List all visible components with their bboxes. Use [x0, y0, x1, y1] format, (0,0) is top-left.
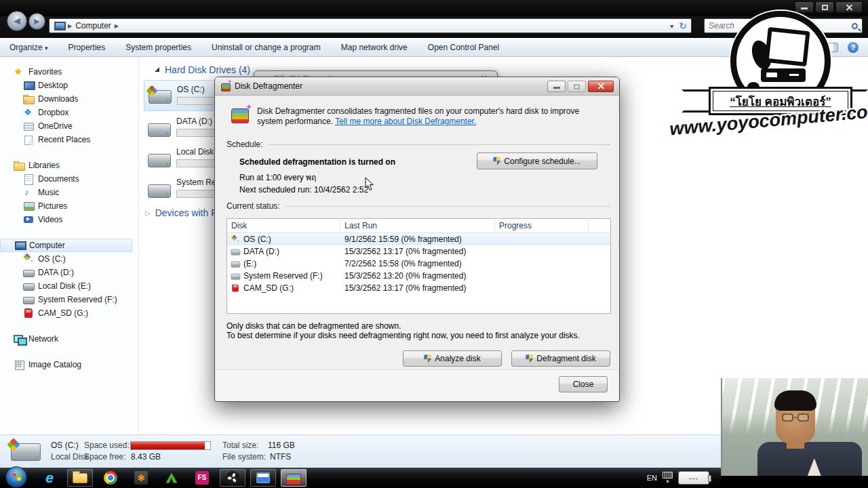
sidebar-item-recent-places[interactable]: Recent Places: [0, 133, 138, 146]
table-row[interactable]: (E:) 7/2/2562 15:58 (0% fragmented): [227, 258, 610, 270]
battery-meter[interactable]: ---: [678, 471, 709, 485]
sidebar-item-local-disk-e[interactable]: Local Disk (E:): [0, 279, 138, 293]
preview-pane-icon[interactable]: [827, 43, 838, 52]
sidebar-item-favorites[interactable]: Favorites: [0, 65, 138, 79]
configure-schedule-button[interactable]: Configure schedule...: [477, 152, 597, 169]
dialog-description: Disk Defragmenter consolidates fragmente…: [257, 106, 596, 127]
address-dropdown-icon[interactable]: ▾: [670, 22, 673, 30]
sidebar-item-documents[interactable]: Documents: [0, 172, 138, 186]
presenter-torso: [757, 442, 863, 476]
dialog-titlebar[interactable]: Disk Defragmenter: [215, 77, 619, 96]
schedule-group-label: Schedule:: [226, 140, 610, 149]
schedule-run-text: Run at 1:00 every พฤ: [239, 171, 316, 184]
chevron-down-icon[interactable]: ▼: [665, 479, 670, 484]
sidebar-item-system-reserved-f[interactable]: System Reserved (F:): [0, 293, 138, 306]
minimize-icon[interactable]: [795, 1, 814, 13]
table-row[interactable]: OS (C:) 9/1/2562 15:59 (0% fragmented): [227, 233, 610, 245]
search-box[interactable]: [704, 18, 863, 33]
schedule-next-run-text: Next scheduled run: 10/4/2562 2:52: [239, 185, 368, 195]
restore-icon[interactable]: [815, 1, 834, 13]
obs-icon[interactable]: [220, 469, 245, 487]
sidebar-item-os-c[interactable]: OS (C:): [0, 252, 138, 266]
disk-defragmenter-icon: [220, 81, 231, 92]
maximize-icon: [568, 81, 586, 92]
forward-button[interactable]: ▶: [28, 13, 45, 30]
section-header-devices-removable[interactable]: ▷ Devices with R: [145, 207, 218, 218]
os-drive-icon: [231, 235, 240, 244]
sidebar-item-dropbox[interactable]: Dropbox: [0, 106, 138, 119]
disk-defragmenter-icon: [230, 104, 250, 125]
help-icon[interactable]: ?: [848, 42, 859, 53]
expand-triangle-icon[interactable]: ▷: [145, 209, 151, 217]
start-orb-icon[interactable]: [5, 466, 27, 488]
language-indicator[interactable]: EN: [647, 474, 657, 482]
sidebar-item-pictures[interactable]: Pictures: [0, 199, 138, 213]
toolbar-properties[interactable]: Properties: [68, 43, 106, 52]
minimize-icon[interactable]: [547, 81, 566, 92]
section-header-hard-disk-drives[interactable]: Hard Disk Drives (4): [155, 64, 250, 75]
toolbar-system-properties[interactable]: System properties: [125, 43, 191, 52]
dialog-title: Disk Defragmenter: [235, 81, 302, 91]
column-header-progress[interactable]: Progress: [495, 219, 589, 232]
refresh-icon[interactable]: ↻: [679, 20, 687, 31]
search-input[interactable]: [709, 21, 852, 30]
column-header-disk[interactable]: Disk: [227, 219, 340, 232]
space-free-value: 8.43 GB: [131, 452, 161, 462]
search-icon[interactable]: [852, 23, 858, 29]
chrome-icon[interactable]: [98, 469, 123, 487]
current-status-group-label: Current status:: [226, 201, 610, 211]
hard-drive-icon: [148, 184, 171, 198]
image-viewer-icon[interactable]: [250, 469, 276, 487]
disk-status-table[interactable]: Disk Last Run Progress OS (C:) 9/1/2562 …: [226, 218, 611, 314]
star-icon: [14, 66, 24, 77]
close-icon[interactable]: [835, 1, 863, 13]
graphics-app-icon[interactable]: ✱: [128, 469, 154, 487]
column-header-last-run[interactable]: Last Run: [340, 219, 495, 232]
close-button[interactable]: Close: [559, 376, 608, 392]
sidebar-item-image-catalog[interactable]: Image Catalog: [0, 358, 138, 371]
table-row[interactable]: System Reserved (F:) 15/3/2562 13:20 (0%…: [227, 270, 610, 282]
table-row[interactable]: CAM_SD (G:) 15/3/2562 13:17 (0% fragment…: [227, 282, 610, 294]
collapse-triangle-icon[interactable]: [155, 67, 159, 72]
faststone-icon[interactable]: FS: [189, 469, 215, 487]
table-row[interactable]: DATA (D:) 15/3/2562 13:17 (0% fragmented…: [227, 245, 610, 258]
keyboard-layout-icon[interactable]: [663, 472, 673, 479]
webcam-overlay: [721, 378, 868, 476]
sidebar-item-music[interactable]: Music: [0, 186, 138, 199]
internet-explorer-icon[interactable]: e: [37, 469, 62, 487]
analyze-disk-button[interactable]: Analyze disk: [403, 350, 502, 367]
sidebar-item-desktop[interactable]: Desktop: [0, 79, 138, 92]
status-drive-name: OS (C:): [51, 441, 79, 450]
disk-defragmenter-icon[interactable]: [281, 469, 307, 487]
sidebar-item-computer[interactable]: Computer: [0, 239, 132, 252]
toolbar-uninstall-program[interactable]: Uninstall or change a program: [212, 43, 321, 52]
defragment-disk-button[interactable]: Defragment disk: [511, 350, 610, 367]
hard-drive-icon: [231, 260, 240, 268]
sidebar-item-downloads[interactable]: Downloads: [0, 92, 138, 106]
sidebar-item-videos[interactable]: Videos: [0, 213, 138, 226]
hard-drive-icon: [23, 281, 34, 291]
back-button[interactable]: ◀: [7, 11, 27, 31]
window-titlebar: [0, 0, 868, 16]
file-system-label: File system:: [222, 452, 266, 462]
breadcrumb-location[interactable]: Computer: [75, 21, 111, 30]
sidebar-item-onedrive[interactable]: OneDrive: [0, 119, 138, 133]
sd-card-icon: [231, 284, 240, 293]
disk-defragmenter-dialog: Disk Defragmenter Disk Defragmenter cons…: [214, 77, 620, 402]
sidebar-item-network[interactable]: Network: [0, 332, 138, 346]
close-icon[interactable]: [588, 81, 614, 92]
learn-more-link[interactable]: Tell me more about Disk Defragmenter.: [335, 117, 476, 126]
sidebar-item-cam-sd-g[interactable]: CAM_SD (G:): [0, 306, 138, 320]
recent-places-icon: [23, 134, 34, 145]
presenter-hair: [774, 390, 816, 411]
breadcrumb-separator[interactable]: ▶: [115, 23, 119, 29]
breadcrumb-separator: ▶: [68, 23, 72, 29]
toolbar-map-network-drive[interactable]: Map network drive: [341, 43, 408, 52]
sidebar-item-libraries[interactable]: Libraries: [0, 159, 138, 172]
green-wedge-app-icon[interactable]: [159, 469, 184, 487]
sidebar-item-data-d[interactable]: DATA (D:): [0, 266, 138, 279]
toolbar-open-control-panel[interactable]: Open Control Panel: [428, 43, 499, 52]
breadcrumb[interactable]: ▶ Computer ▶ ▾ ↻: [49, 18, 692, 33]
windows-explorer-icon[interactable]: [67, 469, 93, 487]
toolbar-organize[interactable]: Organize ▾: [9, 43, 48, 52]
